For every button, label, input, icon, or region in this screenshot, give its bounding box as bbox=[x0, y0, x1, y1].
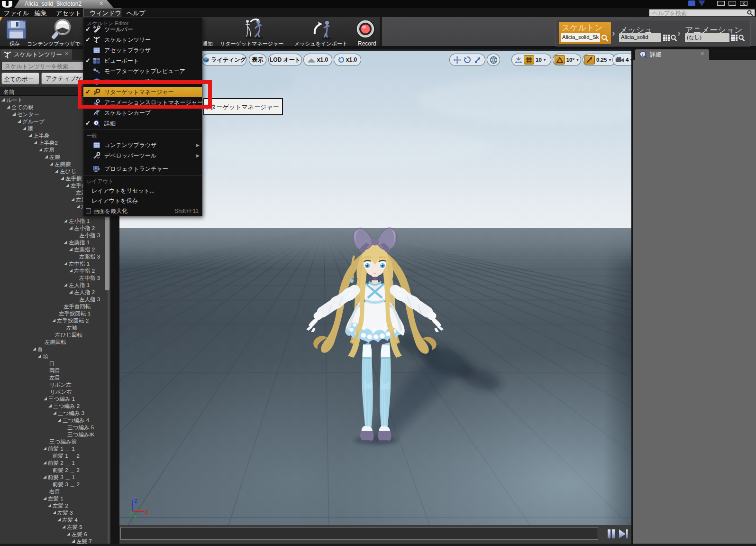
svg-text:i: i bbox=[96, 121, 97, 125]
svg-text:Y: Y bbox=[133, 514, 137, 519]
svg-text:Z: Z bbox=[134, 498, 137, 504]
svg-text:i: i bbox=[642, 52, 644, 57]
svg-text:X: X bbox=[145, 509, 149, 515]
